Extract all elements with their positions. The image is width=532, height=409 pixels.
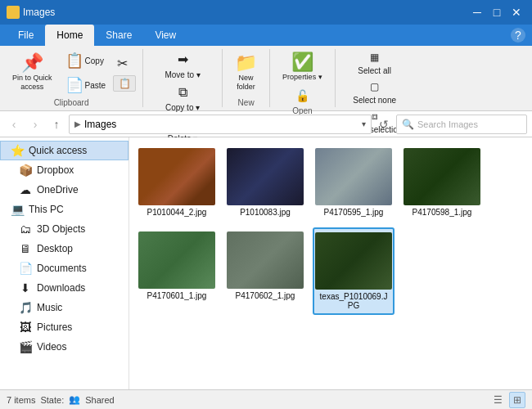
sidebar-label-this-pc: This PC [29, 204, 64, 215]
refresh-button[interactable]: ↺ [375, 115, 393, 133]
file-item-file3[interactable]: P4170595_1.jpg [313, 144, 394, 221]
sidebar-item-dropbox[interactable]: 📦 Dropbox [0, 160, 128, 180]
ribbon-group-new: 📁 Newfolder New [223, 49, 270, 107]
sidebar-label-quick-access: Quick access [29, 145, 87, 156]
copy-to-button[interactable]: ⧉ Copy to ▾ [150, 83, 215, 115]
sidebar-item-pictures[interactable]: 🖼 Pictures [0, 317, 128, 337]
dropbox-icon: 📦 [19, 164, 32, 177]
up-button[interactable]: ↑ [47, 115, 65, 133]
help-button[interactable]: ? [511, 28, 525, 43]
file-item-file2[interactable]: P1010083.jpg [224, 144, 306, 221]
sidebar-label-music: Music [37, 302, 62, 313]
forward-button[interactable]: › [26, 115, 44, 133]
file-thumbnail [404, 148, 480, 205]
new-folder-label: Newfolder [237, 74, 255, 92]
this-pc-icon: 💻 [11, 203, 24, 216]
tab-file[interactable]: File [7, 25, 45, 46]
tab-view[interactable]: View [143, 25, 187, 46]
file-item-file4[interactable]: P4170598_1.jpg [401, 144, 483, 221]
file-name: P1010083.jpg [240, 208, 291, 217]
new-folder-icon: 📁 [235, 54, 257, 72]
sidebar-label-3d-objects: 3D Objects [37, 223, 85, 235]
state-label: State: [40, 395, 64, 405]
properties-icon: ✅ [291, 53, 313, 71]
file-grid: P1010044_2.jpgP1010083.jpgP4170595_1.jpg… [136, 144, 525, 315]
copy-to-label: Copy to ▾ [165, 103, 200, 112]
videos-icon: 🎬 [19, 340, 32, 353]
close-button[interactable]: ✕ [507, 3, 525, 21]
properties-label: Properties ▾ [282, 73, 322, 81]
main-area: ⭐ Quick access 📦 Dropbox ☁ OneDrive 💻 Th… [0, 137, 532, 389]
move-to-icon: ➡ [178, 52, 188, 67]
sidebar-item-onedrive[interactable]: ☁ OneDrive [0, 180, 128, 200]
tab-home[interactable]: Home [45, 25, 94, 46]
move-to-button[interactable]: ➡ Move to ▾ [150, 49, 215, 82]
select-all-button[interactable]: ▦ Select all [342, 49, 408, 78]
select-all-icon: ▦ [370, 52, 379, 63]
file-item-file5[interactable]: P4170601_1.jpg [136, 227, 218, 315]
sidebar-item-documents[interactable]: 📄 Documents [0, 258, 128, 278]
scissors-button[interactable]: ✂ [113, 54, 136, 74]
search-bar[interactable]: 🔍 Search Images [396, 115, 527, 134]
clipboard-buttons: 📌 Pin to Quickaccess 📋 Copy 📄 Paste ✂ [7, 49, 136, 97]
minimize-button[interactable]: ─ [468, 3, 486, 21]
file-thumbnail [227, 148, 304, 205]
sidebar-item-3d-objects[interactable]: 🗂 3D Objects [0, 219, 128, 239]
nav-bar: ‹ › ↑ ▶ Images ▾ ↺ 🔍 Search Images [0, 111, 532, 137]
open-buttons: ✅ Properties ▾ 🔓 [277, 49, 328, 105]
sidebar-item-this-pc[interactable]: 💻 This PC [0, 200, 128, 219]
select-none-button[interactable]: ▢ Select none [342, 79, 408, 107]
sidebar-label-pictures: Pictures [37, 321, 72, 333]
file-item-file7[interactable]: texas_P1010069.JPG [313, 227, 394, 315]
documents-icon: 📄 [19, 262, 32, 275]
tab-share[interactable]: Share [94, 25, 143, 46]
back-button[interactable]: ‹ [5, 115, 23, 133]
ribbon-group-select: ▦ Select all ▢ Select none ⧈ Invert sele… [336, 49, 414, 107]
paste-label: Paste [85, 81, 106, 90]
sidebar-label-dropbox: Dropbox [37, 164, 74, 176]
state-icon: 👥 [69, 394, 80, 405]
select-none-icon: ▢ [370, 81, 379, 92]
paste-button[interactable]: 📄 Paste [60, 74, 112, 97]
file-name: P4170598_1.jpg [413, 208, 472, 217]
pin-to-quick-access-button[interactable]: 📌 Pin to Quickaccess [7, 50, 58, 96]
address-bar[interactable]: ▶ Images ▾ [69, 115, 372, 134]
new-folder-button[interactable]: 📁 Newfolder [229, 50, 263, 96]
open-button[interactable]: 🔓 [291, 87, 313, 105]
properties-button[interactable]: ✅ Properties ▾ [277, 49, 328, 85]
scissors-group: ✂ 📋 [113, 54, 136, 92]
title-controls: ─ □ ✕ [468, 3, 525, 21]
new-label: New [238, 97, 255, 107]
copy-button[interactable]: 📋 Copy [60, 49, 112, 72]
address-dropdown-icon[interactable]: ▾ [362, 119, 366, 128]
file-thumbnail [227, 231, 304, 289]
pin-label: Pin to Quickaccess [12, 74, 52, 92]
sidebar-item-quick-access[interactable]: ⭐ Quick access [0, 141, 128, 160]
copy-icon: 📋 [65, 53, 83, 68]
sidebar-label-desktop: Desktop [37, 243, 73, 254]
ribbon-group-open: ✅ Properties ▾ 🔓 Open [270, 49, 336, 107]
move-to-label: Move to ▾ [165, 70, 200, 79]
sidebar-label-downloads: Downloads [37, 282, 85, 294]
path-arrow: ▶ [74, 119, 81, 128]
file-item-file6[interactable]: P4170602_1.jpg [224, 227, 306, 315]
search-icon: 🔍 [402, 119, 414, 130]
sidebar-item-videos[interactable]: 🎬 Videos [0, 337, 128, 357]
desktop-icon: 🖥 [19, 242, 32, 255]
sidebar-item-music[interactable]: 🎵 Music [0, 298, 128, 317]
maximize-button[interactable]: □ [488, 3, 506, 21]
ribbon-group-clipboard: 📌 Pin to Quickaccess 📋 Copy 📄 Paste ✂ [0, 49, 143, 107]
pin-icon: 📌 [21, 54, 43, 72]
sidebar-item-downloads[interactable]: ⬇ Downloads [0, 278, 128, 298]
sidebar-item-desktop[interactable]: 🖥 Desktop [0, 239, 128, 258]
clipboard-icon-button[interactable]: 📋 [113, 75, 136, 92]
item-count: 7 items [7, 395, 35, 405]
address-path: Images [84, 119, 358, 130]
file-item-file1[interactable]: P1010044_2.jpg [136, 144, 218, 221]
list-view-button[interactable]: ☰ [489, 392, 506, 408]
grid-view-button[interactable]: ⊞ [509, 392, 525, 408]
select-all-label: Select all [358, 66, 391, 75]
ribbon-group-organize: ➡ Move to ▾ ⧉ Copy to ▾ ✕ Delete ▾ ✎ Ren… [143, 49, 223, 107]
folder-icon [7, 6, 20, 19]
file-name: P4170602_1.jpg [236, 291, 295, 300]
